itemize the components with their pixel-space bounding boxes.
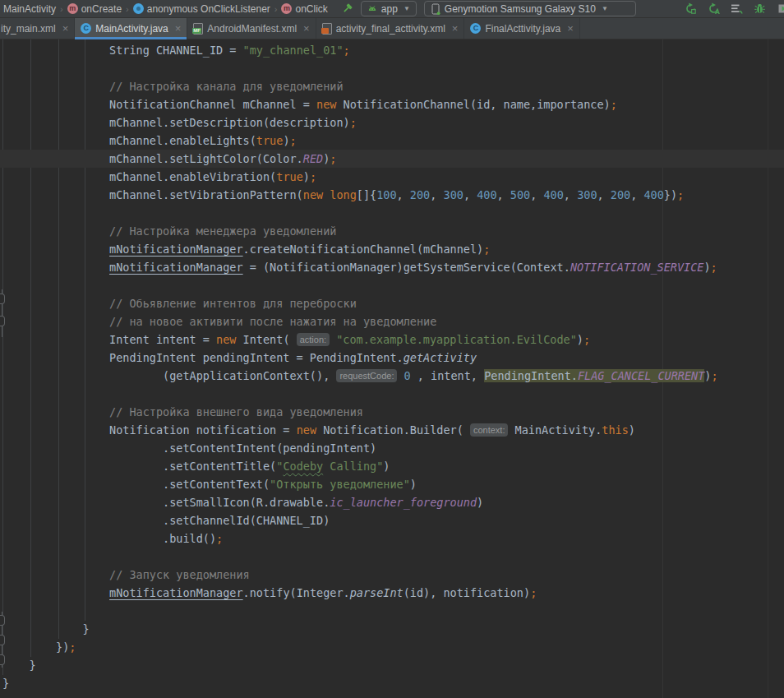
- code-token: ): [704, 369, 711, 382]
- code-line[interactable]: mChannel.enableVibration(true);: [0, 168, 784, 186]
- class-icon: C: [81, 23, 91, 34]
- code-line[interactable]: (getApplicationContext(), requestCode: 0…: [0, 367, 784, 385]
- fold-marker-icon[interactable]: [0, 316, 5, 326]
- code-line[interactable]: }: [0, 656, 784, 674]
- code-line[interactable]: String CHANNEL_ID = "my_channel_01";: [0, 41, 784, 59]
- manifest-icon: MF: [193, 23, 203, 35]
- code-token: new: [316, 98, 336, 111]
- close-icon[interactable]: ×: [175, 22, 182, 35]
- code-token: 400: [477, 188, 496, 201]
- code-token: ,: [564, 188, 577, 201]
- tab-ity_main.xml[interactable]: ity_main.xml×: [0, 18, 75, 39]
- code-line[interactable]: .setContentIntent(pendingIntent): [0, 439, 784, 457]
- breadcrumb-separator: ›: [60, 4, 63, 14]
- code-line[interactable]: .setContentText("Открыть уведомление"): [0, 475, 784, 493]
- close-icon[interactable]: ×: [452, 22, 459, 35]
- close-icon[interactable]: ×: [567, 22, 574, 35]
- code-line[interactable]: mNotificationManager.notify(Integer.pars…: [0, 584, 784, 602]
- code-line[interactable]: mChannel.setDescription(description);: [0, 113, 784, 132]
- code-line[interactable]: mChannel.enableLights(true);: [0, 132, 784, 150]
- breadcrumb-item[interactable]: MainActivity: [2, 3, 58, 15]
- code-token: // на новое активити после нажатия на ув…: [109, 315, 436, 328]
- breadcrumb-item[interactable]: anonymous OnClickListener: [131, 3, 272, 15]
- code-token: ;: [69, 640, 76, 654]
- profiler-icon[interactable]: [731, 2, 743, 15]
- run-configuration-selector[interactable]: app ▼: [361, 1, 417, 16]
- code-line[interactable]: // Настройка внешнего вида уведомления: [0, 403, 784, 421]
- code-token: mChannel.enableVibration(: [2, 170, 276, 183]
- apply-code-changes-icon[interactable]: A: [708, 2, 720, 15]
- fold-marker-icon[interactable]: [0, 615, 5, 626]
- navigation-bar: MainActivity›monCreate›anonymous OnClick…: [0, 0, 784, 18]
- code-token: ;: [330, 152, 336, 165]
- build-hammer-icon[interactable]: [341, 2, 353, 15]
- code-token: .setContentText(: [2, 478, 270, 491]
- android-studio-window: MainActivity›monCreate›anonymous OnClick…: [0, 0, 784, 698]
- tab-FinalActtivity.java[interactable]: CFinalActtivity.java×: [464, 18, 579, 39]
- code-line[interactable]: .setContentTitle("Codeby Calling"): [0, 457, 784, 475]
- code-line[interactable]: mChannel.setLightColor(Color.RED);: [0, 150, 784, 168]
- device-selector[interactable]: Genymotion Samsung Galaxy S10 ▼: [424, 1, 636, 16]
- code-line[interactable]: .build();: [0, 529, 784, 548]
- debug-icon[interactable]: [754, 2, 766, 15]
- code-token: .setSmallIcon(R.drawable.: [2, 496, 330, 509]
- code-line[interactable]: // Настройка менеджера уведомлений: [0, 222, 784, 240]
- code-line[interactable]: }: [0, 620, 784, 638]
- code-line[interactable]: [0, 602, 784, 620]
- code-token: 400: [543, 188, 563, 201]
- code-token: ): [477, 496, 483, 509]
- close-icon[interactable]: ×: [303, 22, 310, 35]
- code-token: ;: [677, 188, 684, 201]
- code-line[interactable]: [0, 204, 784, 222]
- code-token: this: [602, 423, 629, 437]
- code-line[interactable]: NotificationChannel mChannel = new Notif…: [0, 95, 784, 113]
- breadcrumb-item[interactable]: monCreate: [66, 3, 123, 15]
- code-token: action:: [297, 333, 330, 346]
- code-token: // Настройка менеджера уведомлений: [109, 224, 336, 238]
- code-line[interactable]: [0, 548, 784, 566]
- code-token: ,: [497, 188, 510, 201]
- code-line[interactable]: // Запуск уведомления: [0, 566, 784, 584]
- code-line[interactable]: // на новое активити после нажатия на ув…: [0, 312, 784, 331]
- fold-marker-icon[interactable]: [0, 635, 5, 645]
- code-token: // Обьявление интентов для переброски: [109, 297, 357, 310]
- fold-marker-icon[interactable]: [0, 654, 5, 665]
- code-area[interactable]: String CHANNEL_ID = "my_channel_01"; // …: [0, 41, 784, 692]
- attach-debugger-icon[interactable]: [777, 2, 784, 15]
- tab-MainActivity.java[interactable]: CMainActivity.java×: [75, 18, 187, 39]
- code-line[interactable]: // Обьявление интентов для переброски: [0, 294, 784, 312]
- close-icon[interactable]: ×: [62, 22, 69, 35]
- code-token: getActivity: [404, 351, 477, 364]
- code-line[interactable]: mNotificationManager = (NotificationMana…: [0, 258, 784, 276]
- code-token: }): [664, 188, 677, 201]
- code-token: 300: [444, 188, 463, 201]
- code-token: [2, 405, 109, 418]
- breadcrumb-separator: ›: [126, 4, 129, 14]
- code-token: true: [256, 134, 284, 147]
- code-line[interactable]: Intent intent = new Intent( action: "com…: [0, 331, 784, 349]
- code-line[interactable]: .setChannelId(CHANNEL_ID): [0, 511, 784, 529]
- fold-marker-icon[interactable]: [0, 294, 5, 304]
- tab-AndroidManifest.xml[interactable]: MFAndroidManifest.xml×: [187, 18, 316, 39]
- code-line[interactable]: mChannel.setVibrationPattern(new long[]{…: [0, 186, 784, 204]
- code-line[interactable]: }: [0, 674, 784, 692]
- code-token: [397, 369, 404, 382]
- code-line[interactable]: mNotificationManager.createNotificationC…: [0, 240, 784, 258]
- code-line[interactable]: Notification notification = new Notifica…: [0, 421, 784, 439]
- code-line[interactable]: PendingIntent pendingIntent = PendingInt…: [0, 349, 784, 367]
- breadcrumb-item[interactable]: monClick: [279, 3, 329, 15]
- code-line[interactable]: });: [0, 638, 784, 656]
- code-line[interactable]: [0, 385, 784, 403]
- anonymous-class-icon: [133, 3, 144, 14]
- android-icon: [367, 4, 377, 14]
- code-token: ): [703, 261, 710, 274]
- code-token: }): [2, 640, 69, 654]
- code-line[interactable]: [0, 276, 784, 294]
- code-line[interactable]: [0, 59, 784, 77]
- code-line[interactable]: .setSmallIcon(R.drawable.ic_launcher_for…: [0, 493, 784, 511]
- code-line[interactable]: // Настройка канала для уведомлений: [0, 77, 784, 95]
- code-editor[interactable]: String CHANNEL_ID = "my_channel_01"; // …: [0, 39, 784, 698]
- code-token: (id), notification): [404, 586, 530, 599]
- apply-changes-icon[interactable]: [685, 2, 697, 15]
- tab-activity_final_acttivity.xml[interactable]: activity_final_acttivity.xml×: [316, 18, 465, 39]
